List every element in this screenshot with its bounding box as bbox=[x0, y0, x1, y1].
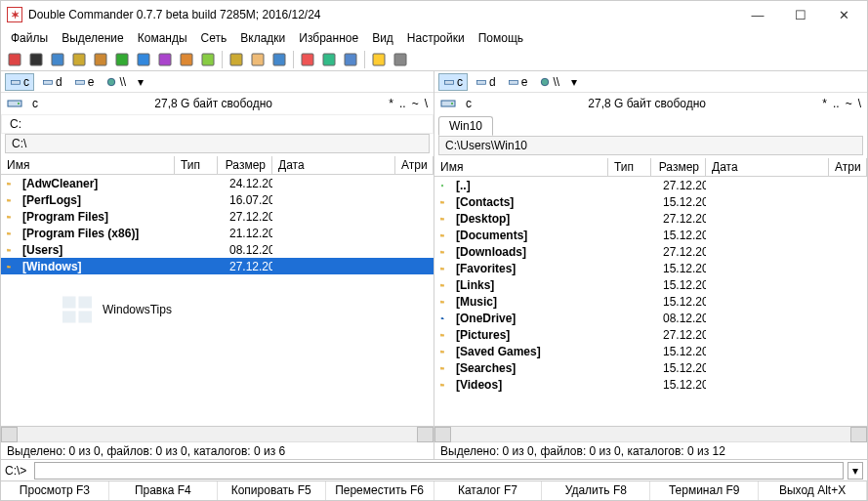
svg-rect-12 bbox=[273, 54, 285, 65]
toolbar-search-icon[interactable] bbox=[227, 50, 246, 69]
toolbar-copy-icon[interactable] bbox=[112, 50, 132, 69]
menu-2[interactable]: Команды bbox=[132, 29, 193, 47]
toolbar-view-icon[interactable] bbox=[48, 50, 67, 69]
table-row[interactable]: [Contacts]15.12.2016 19:...dr-- bbox=[434, 193, 867, 210]
menu-3[interactable]: Сеть bbox=[195, 29, 233, 47]
nav-..[interactable]: .. bbox=[833, 97, 840, 110]
col-name[interactable]: Имя bbox=[434, 158, 608, 176]
command-input[interactable] bbox=[34, 462, 844, 480]
nav-*[interactable]: * bbox=[389, 97, 393, 110]
toolbar-compare-icon[interactable] bbox=[69, 50, 89, 69]
toolbar-extract-icon[interactable] bbox=[198, 50, 218, 69]
col-ext[interactable]: Тип bbox=[175, 156, 218, 174]
file-date: 27.12.2016 01:... bbox=[657, 245, 706, 259]
drive-c[interactable]: c bbox=[5, 73, 34, 91]
menu-5[interactable]: Избранное bbox=[293, 29, 364, 47]
drive-c[interactable]: c bbox=[438, 73, 468, 91]
table-row[interactable]: [Program Files]27.12.2016 01:...dr-- bbox=[1, 208, 434, 225]
nav-\[interactable]: \ bbox=[858, 97, 861, 110]
fn-button-9[interactable]: Терминал F9 bbox=[650, 481, 759, 500]
table-row[interactable]: [Downloads]27.12.2016 01:...dr-- bbox=[434, 243, 867, 260]
left-path[interactable]: C:\ bbox=[5, 134, 430, 153]
table-row[interactable]: [Users]08.12.2016 19:...dr-- bbox=[1, 241, 434, 258]
menu-6[interactable]: Вид bbox=[366, 29, 399, 47]
nav-~[interactable]: ~ bbox=[412, 97, 419, 110]
watermark: WindowsTips bbox=[60, 292, 172, 327]
close-button[interactable]: ✕ bbox=[822, 2, 865, 27]
fn-button-4[interactable]: Правка F4 bbox=[109, 481, 218, 500]
minimize-button[interactable]: — bbox=[736, 2, 779, 27]
drive-dropdown[interactable]: ▾ bbox=[571, 75, 577, 89]
nav-..[interactable]: .. bbox=[399, 97, 406, 110]
table-row[interactable]: [..]27.12.2016 01:...d--- bbox=[434, 177, 867, 193]
toolbar-folder-icon[interactable] bbox=[248, 50, 268, 69]
toolbar-archive-icon[interactable] bbox=[177, 50, 196, 69]
menu-8[interactable]: Помощь bbox=[473, 29, 529, 47]
toolbar-settings-icon[interactable] bbox=[391, 50, 410, 69]
table-row[interactable]: [Favorites]15.12.2016 19:...dr-- bbox=[434, 260, 867, 276]
col-date[interactable]: Дата bbox=[272, 156, 395, 174]
table-row[interactable]: [Music]15.12.2016 19:...dr-- bbox=[434, 293, 867, 310]
menu-0[interactable]: Файлы bbox=[5, 29, 54, 47]
fn-button-6[interactable]: Переместить F6 bbox=[326, 481, 434, 500]
fn-button-10[interactable]: Выход Alt+X bbox=[759, 481, 867, 500]
right-scrollbar[interactable] bbox=[434, 426, 867, 441]
toolbar-refresh-icon[interactable] bbox=[5, 50, 24, 69]
table-row[interactable]: [Videos]15.12.2016 19:...dr-- bbox=[434, 376, 867, 393]
col-attr[interactable]: Атри bbox=[829, 158, 867, 176]
toolbar-sync-icon[interactable] bbox=[134, 50, 153, 69]
table-row[interactable]: [Pictures]27.12.2016 01:...dr-- bbox=[434, 326, 867, 343]
drive-network[interactable]: \\ bbox=[535, 74, 563, 90]
table-row[interactable]: [Documents]15.12.2016 19:...dr-- bbox=[434, 227, 867, 243]
table-row[interactable]: [AdwCleaner]24.12.2016 12:...d--- bbox=[1, 175, 434, 191]
nav-*[interactable]: * bbox=[822, 97, 827, 110]
table-row[interactable]: [Windows]27.12.2016 01:...d--- bbox=[1, 258, 434, 274]
col-date[interactable]: Дата bbox=[706, 158, 829, 176]
drive-d[interactable]: d bbox=[472, 74, 500, 90]
menu-7[interactable]: Настройки bbox=[401, 29, 471, 47]
nav-~[interactable]: ~ bbox=[846, 97, 852, 110]
menu-1[interactable]: Выделение bbox=[56, 29, 130, 47]
table-row[interactable]: [PerfLogs]16.07.2016 14:...d--- bbox=[1, 191, 434, 208]
toolbar-edit-icon[interactable] bbox=[91, 50, 110, 69]
col-name[interactable]: Имя bbox=[1, 156, 175, 174]
right-filelist[interactable]: [..]27.12.2016 01:...d---[Contacts]15.12… bbox=[434, 177, 867, 426]
toolbar-terminal-icon[interactable] bbox=[26, 50, 46, 69]
fn-button-7[interactable]: Каталог F7 bbox=[434, 481, 543, 500]
col-attr[interactable]: Атри bbox=[395, 156, 434, 174]
toolbar-syncfolders-icon[interactable] bbox=[319, 50, 339, 69]
left-scrollbar[interactable] bbox=[1, 426, 434, 441]
col-size[interactable]: Размер bbox=[651, 158, 706, 176]
toolbar-calc-icon[interactable] bbox=[298, 50, 317, 69]
toolbar-list-icon[interactable] bbox=[269, 50, 289, 69]
toolbar-rename-icon[interactable] bbox=[155, 50, 175, 69]
left-columns: Имя Тип Размер Дата Атри bbox=[1, 155, 434, 175]
table-row[interactable]: [Saved Games]15.12.2016 19:...dr-- bbox=[434, 343, 867, 359]
fn-button-8[interactable]: Удалить F8 bbox=[542, 481, 650, 500]
drive-dropdown[interactable]: ▾ bbox=[138, 75, 144, 89]
table-row[interactable]: [Searches]15.12.2016 19:...dr-- bbox=[434, 359, 867, 376]
toolbar-panels-icon[interactable] bbox=[341, 50, 360, 69]
col-ext[interactable]: Тип bbox=[608, 158, 651, 176]
maximize-button[interactable]: ☐ bbox=[779, 2, 822, 27]
fn-button-5[interactable]: Копировать F5 bbox=[218, 481, 326, 500]
drive-e[interactable]: e bbox=[70, 74, 99, 90]
left-breadcrumb[interactable]: C: bbox=[1, 114, 434, 134]
tab-win10[interactable]: Win10 bbox=[438, 116, 493, 136]
command-history-dropdown[interactable]: ▾ bbox=[847, 462, 863, 480]
nav-\[interactable]: \ bbox=[425, 97, 428, 110]
file-name: [Contacts] bbox=[450, 195, 608, 209]
table-row[interactable]: [Program Files (x86)]21.12.2016 03:...dr… bbox=[1, 225, 434, 241]
drive-d[interactable]: d bbox=[38, 74, 66, 90]
fn-button-3[interactable]: Просмотр F3 bbox=[1, 481, 109, 500]
table-row[interactable]: [Links]15.12.2016 19:...dr-- bbox=[434, 276, 867, 293]
table-row[interactable]: [Desktop]27.12.2016 00:...dr-- bbox=[434, 210, 867, 227]
right-path[interactable]: C:\Users\Win10 bbox=[438, 136, 863, 155]
col-size[interactable]: Размер bbox=[218, 156, 272, 174]
drive-e[interactable]: e bbox=[504, 74, 532, 90]
drive-network[interactable]: \\ bbox=[102, 74, 130, 90]
menu-4[interactable]: Вкладки bbox=[234, 29, 291, 47]
toolbar-star-icon[interactable] bbox=[369, 50, 389, 69]
table-row[interactable]: [OneDrive]08.12.2016 01:...dr-- bbox=[434, 310, 867, 326]
left-filelist[interactable]: [AdwCleaner]24.12.2016 12:...d--- [PerfL… bbox=[1, 175, 434, 426]
